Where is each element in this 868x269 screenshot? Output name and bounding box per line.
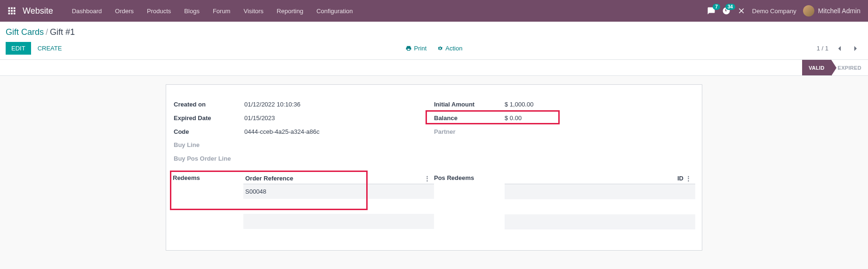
gear-icon bbox=[437, 45, 443, 51]
buy-line-label: Buy Line bbox=[174, 140, 244, 150]
form-sheet: Created on 01/12/2022 10:10:36 Expired D… bbox=[166, 84, 702, 251]
debug-icon[interactable] bbox=[737, 7, 746, 15]
pos-redeems-label: Pos Redeems bbox=[434, 174, 505, 181]
create-button[interactable]: CREATE bbox=[38, 45, 62, 52]
initial-amount-label: Initial Amount bbox=[434, 100, 505, 110]
balance-value: $ 0.00 bbox=[505, 114, 522, 123]
print-icon bbox=[406, 45, 412, 51]
main-menu: Dashboard Orders Products Blogs Forum Vi… bbox=[65, 1, 360, 21]
chevron-left-icon bbox=[837, 45, 842, 52]
redeems-table-header: Order Reference ⋮ bbox=[243, 173, 434, 184]
menu-configuration[interactable]: Configuration bbox=[310, 1, 359, 21]
expired-date-label: Expired Date bbox=[174, 114, 244, 123]
svg-rect-6 bbox=[8, 13, 10, 15]
chevron-right-icon bbox=[853, 45, 858, 52]
menu-orders[interactable]: Orders bbox=[108, 1, 140, 21]
top-navbar: Website Dashboard Orders Products Blogs … bbox=[0, 0, 868, 22]
code-label: Code bbox=[174, 127, 244, 137]
menu-visitors[interactable]: Visitors bbox=[237, 1, 270, 21]
redeems-col-order-ref[interactable]: Order Reference bbox=[245, 175, 422, 182]
action-button[interactable]: Action bbox=[437, 45, 462, 52]
pos-redeems-panel: Pos Redeems ID ⋮ bbox=[434, 174, 695, 229]
code-value: 0444-cceb-4a25-a324-a86c bbox=[244, 127, 320, 137]
menu-reporting[interactable]: Reporting bbox=[270, 1, 310, 21]
menu-dashboard[interactable]: Dashboard bbox=[65, 1, 109, 21]
status-expired[interactable]: EXPIRED bbox=[831, 60, 868, 75]
created-on-label: Created on bbox=[174, 100, 244, 110]
svg-rect-1 bbox=[11, 8, 13, 9]
svg-rect-7 bbox=[11, 13, 13, 15]
expired-date-value: 01/15/2023 bbox=[244, 114, 275, 123]
partner-label: Partner bbox=[434, 127, 505, 137]
messages-icon[interactable]: 7 bbox=[707, 7, 715, 15]
apps-icon[interactable] bbox=[8, 7, 16, 15]
menu-products[interactable]: Products bbox=[140, 1, 177, 21]
status-bar: VALID EXPIRED bbox=[0, 60, 868, 76]
redeems-panel: Redeems Order Reference ⋮ S00048 bbox=[173, 174, 434, 229]
status-valid[interactable]: VALID bbox=[802, 60, 831, 75]
menu-blogs[interactable]: Blogs bbox=[177, 1, 206, 21]
svg-rect-0 bbox=[8, 8, 10, 9]
created-on-value: 01/12/2022 10:10:36 bbox=[244, 100, 300, 110]
initial-amount-value: $ 1,000.00 bbox=[505, 100, 533, 110]
pos-redeems-options-icon[interactable]: ⋮ bbox=[683, 175, 693, 182]
balance-label: Balance bbox=[434, 114, 505, 123]
form-right-column: Initial Amount $ 1,000.00 Balance $ 0.00… bbox=[434, 98, 694, 166]
user-menu[interactable]: Mitchell Admin bbox=[803, 5, 860, 16]
pager-next[interactable] bbox=[850, 43, 860, 54]
print-label: Print bbox=[414, 45, 427, 52]
activities-badge: 34 bbox=[725, 4, 735, 10]
redeems-label: Redeems bbox=[173, 174, 243, 181]
svg-rect-8 bbox=[14, 13, 16, 15]
breadcrumb-current: Gift #1 bbox=[50, 27, 75, 37]
svg-rect-3 bbox=[8, 10, 10, 12]
app-brand[interactable]: Website bbox=[23, 6, 53, 16]
table-row bbox=[243, 214, 434, 229]
avatar bbox=[803, 5, 814, 16]
form-left-column: Created on 01/12/2022 10:10:36 Expired D… bbox=[174, 98, 434, 166]
redeems-row-value: S00048 bbox=[245, 188, 266, 195]
pager-prev[interactable] bbox=[834, 43, 844, 54]
print-button[interactable]: Print bbox=[406, 45, 427, 52]
pos-redeems-table-header: ID ⋮ bbox=[505, 173, 695, 184]
table-row bbox=[505, 184, 695, 199]
breadcrumb: Gift Cards/Gift #1 bbox=[6, 27, 860, 37]
redeems-options-icon[interactable]: ⋮ bbox=[422, 175, 432, 182]
company-selector[interactable]: Demo Company bbox=[752, 8, 796, 15]
edit-button[interactable]: EDIT bbox=[6, 42, 31, 55]
table-row[interactable]: S00048 bbox=[243, 184, 434, 199]
menu-forum[interactable]: Forum bbox=[206, 1, 237, 21]
svg-rect-5 bbox=[14, 10, 16, 12]
pager-text: 1 / 1 bbox=[817, 45, 828, 52]
table-row bbox=[505, 199, 695, 214]
action-bar: EDIT CREATE Print Action 1 / 1 bbox=[0, 37, 868, 60]
breadcrumb-row: Gift Cards/Gift #1 bbox=[0, 22, 868, 37]
messages-badge: 7 bbox=[713, 4, 720, 10]
user-name: Mitchell Admin bbox=[818, 7, 860, 15]
table-row bbox=[505, 214, 695, 229]
buy-pos-line-label: Buy Pos Order Line bbox=[174, 154, 231, 164]
table-row bbox=[243, 199, 434, 214]
breadcrumb-parent[interactable]: Gift Cards bbox=[6, 27, 44, 37]
activities-icon[interactable]: 34 bbox=[722, 7, 731, 15]
pos-redeems-col-id[interactable]: ID bbox=[506, 175, 683, 182]
svg-rect-4 bbox=[11, 10, 13, 12]
action-label: Action bbox=[445, 45, 462, 52]
svg-rect-2 bbox=[14, 8, 16, 9]
